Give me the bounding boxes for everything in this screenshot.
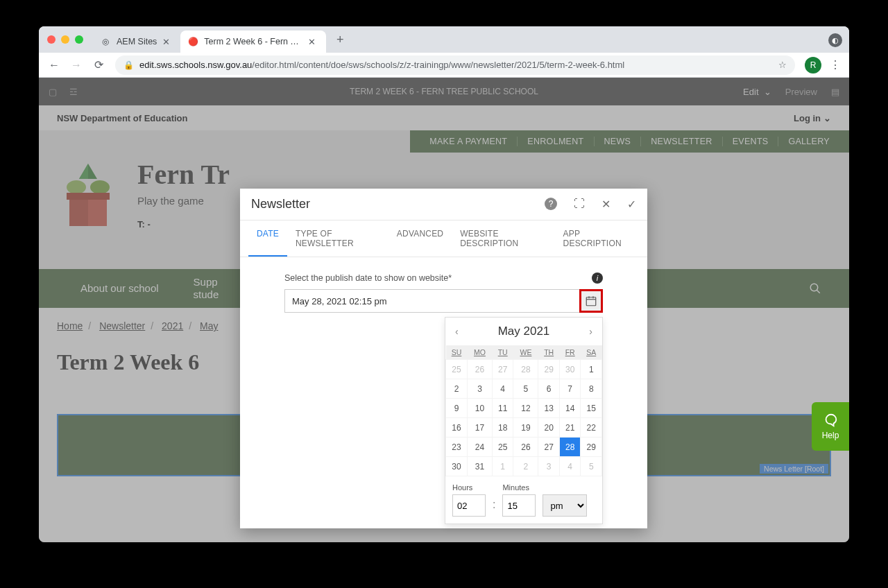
calendar-day[interactable]: 3 <box>468 379 493 399</box>
calendar-day[interactable]: 2 <box>446 379 468 399</box>
calendar-day[interactable]: 14 <box>559 399 581 418</box>
calendar-day[interactable]: 13 <box>538 399 560 418</box>
calendar-day[interactable]: 24 <box>468 438 493 457</box>
calendar-day[interactable]: 11 <box>492 399 513 418</box>
dialog-body: Select the publish date to show on websi… <box>240 257 647 313</box>
calendar-button[interactable] <box>579 289 603 313</box>
calendar-day[interactable]: 22 <box>581 418 602 438</box>
minutes-label: Minutes <box>502 483 536 492</box>
tab-app-desc[interactable]: APP DESCRIPTION <box>555 220 639 257</box>
incognito-icon[interactable]: ◐ <box>828 33 842 47</box>
login-link[interactable]: Log in ⌄ <box>794 113 831 123</box>
crumb-2021[interactable]: 2021 <box>162 320 183 331</box>
next-month-button[interactable]: › <box>586 323 595 340</box>
search-icon[interactable] <box>809 282 821 295</box>
calendar-day[interactable]: 28 <box>513 360 538 379</box>
close-window-button[interactable] <box>47 35 56 44</box>
util-newsletter[interactable]: NEWSLETTER <box>641 137 722 146</box>
tab-term2-week6[interactable]: 🔴 Term 2 Week 6 - Fern Tree Pub ✕ <box>180 31 326 53</box>
browser-menu-button[interactable]: ⋮ <box>827 58 844 71</box>
calendar-day[interactable]: 5 <box>581 457 602 476</box>
calendar-day[interactable]: 15 <box>581 399 602 418</box>
calendar-day[interactable]: 6 <box>538 379 560 399</box>
page-info-icon[interactable]: ☲ <box>69 87 78 97</box>
app-area: ▢ ☲ TERM 2 WEEK 6 - FERN TREE PUBLIC SCH… <box>39 78 849 542</box>
calendar-day[interactable]: 30 <box>446 457 468 476</box>
profile-avatar[interactable]: R <box>805 57 821 74</box>
minutes-input[interactable] <box>502 494 536 517</box>
calendar-day[interactable]: 3 <box>538 457 560 476</box>
calendar-day[interactable]: 8 <box>581 379 602 399</box>
maximize-window-button[interactable] <box>75 35 83 44</box>
close-icon[interactable]: ✕ <box>601 198 610 211</box>
util-gallery[interactable]: GALLERY <box>778 137 839 146</box>
calendar-day[interactable]: 23 <box>446 438 468 457</box>
ampm-select[interactable]: pm <box>543 494 587 517</box>
calendar-day[interactable]: 18 <box>492 418 513 438</box>
help-icon[interactable]: ? <box>545 198 557 210</box>
back-button[interactable]: ← <box>44 55 64 75</box>
side-panel-icon[interactable]: ▢ <box>49 87 57 97</box>
util-events[interactable]: EVENTS <box>723 137 779 146</box>
calendar-day[interactable]: 12 <box>513 399 538 418</box>
calendar-day[interactable]: 17 <box>468 418 493 438</box>
calendar-dow: SA <box>581 345 602 360</box>
calendar-day[interactable]: 1 <box>492 457 513 476</box>
tab-website-desc[interactable]: WEBSITE DESCRIPTION <box>452 220 554 257</box>
crumb-newsletter[interactable]: Newsletter <box>99 320 145 331</box>
new-tab-button[interactable]: + <box>330 33 350 47</box>
calendar-day[interactable]: 29 <box>538 360 560 379</box>
tab-advanced[interactable]: ADVANCED <box>388 220 452 257</box>
calendar-day[interactable]: 21 <box>559 418 581 438</box>
calendar-day[interactable]: 5 <box>513 379 538 399</box>
util-make-payment[interactable]: MAKE A PAYMENT <box>420 137 518 146</box>
calendar-day[interactable]: 7 <box>559 379 581 399</box>
calendar-day[interactable]: 27 <box>492 360 513 379</box>
util-news[interactable]: NEWS <box>595 137 642 146</box>
annotate-icon[interactable]: ▤ <box>831 87 839 97</box>
fullscreen-icon[interactable]: ⛶ <box>574 198 585 211</box>
reload-button[interactable]: ⟳ <box>89 55 108 75</box>
calendar-day[interactable]: 10 <box>468 399 493 418</box>
calendar-day[interactable]: 27 <box>538 438 560 457</box>
calendar-day[interactable]: 4 <box>559 457 581 476</box>
calendar-day[interactable]: 25 <box>446 360 468 379</box>
forward-button[interactable]: → <box>67 55 86 75</box>
done-icon[interactable]: ✓ <box>627 198 636 211</box>
help-button[interactable]: Help <box>812 402 849 451</box>
calendar-day[interactable]: 20 <box>538 418 560 438</box>
calendar-day[interactable]: 26 <box>513 438 538 457</box>
url-input[interactable]: 🔒 edit.sws.schools.nsw.gov.au/editor.htm… <box>115 55 795 75</box>
crumb-home[interactable]: Home <box>57 320 83 331</box>
util-enrolment[interactable]: ENROLMENT <box>518 137 594 146</box>
calendar-day[interactable]: 16 <box>446 418 468 438</box>
calendar-day[interactable]: 31 <box>468 457 493 476</box>
calendar-dow: TU <box>492 345 513 360</box>
calendar-day[interactable]: 1 <box>581 360 602 379</box>
edit-mode-dropdown[interactable]: Edit ⌄ <box>743 87 771 97</box>
nav-supporting[interactable]: Supp stude <box>194 276 219 301</box>
publish-date-input[interactable] <box>284 289 580 313</box>
close-tab-icon[interactable]: ✕ <box>162 37 173 47</box>
calendar-day[interactable]: 9 <box>446 399 468 418</box>
crumb-may[interactable]: May <box>200 320 218 331</box>
close-tab-icon[interactable]: ✕ <box>308 37 319 47</box>
tab-date[interactable]: DATE <box>248 220 287 257</box>
tab-aem-sites[interactable]: ◎ AEM Sites ✕ <box>93 31 180 53</box>
minimize-window-button[interactable] <box>61 35 69 44</box>
nav-about[interactable]: About our school <box>80 282 159 295</box>
calendar-day[interactable]: 26 <box>468 360 493 379</box>
calendar-day[interactable]: 2 <box>513 457 538 476</box>
calendar-day[interactable]: 28 <box>559 438 581 457</box>
prev-month-button[interactable]: ‹ <box>452 323 461 340</box>
calendar-day[interactable]: 25 <box>492 438 513 457</box>
tab-type[interactable]: TYPE OF NEWSLETTER <box>287 220 388 257</box>
bookmark-icon[interactable]: ☆ <box>778 60 787 70</box>
calendar-day[interactable]: 29 <box>581 438 602 457</box>
calendar-day[interactable]: 19 <box>513 418 538 438</box>
info-icon[interactable]: i <box>592 273 603 284</box>
hours-input[interactable] <box>452 494 486 517</box>
calendar-day[interactable]: 30 <box>559 360 581 379</box>
calendar-day[interactable]: 4 <box>492 379 513 399</box>
preview-button[interactable]: Preview <box>785 87 817 97</box>
